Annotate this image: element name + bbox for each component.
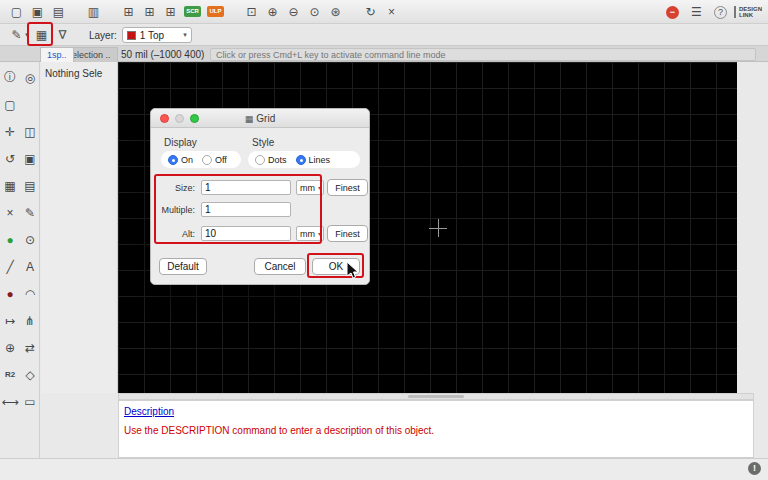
run-script-badge[interactable]: SCR: [184, 6, 201, 17]
layer-color-swatch: [127, 31, 136, 40]
via-icon[interactable]: ●: [1, 231, 19, 249]
zoom-button[interactable]: [190, 114, 199, 123]
style-radio-group: Dots Lines: [248, 151, 360, 168]
print-icon[interactable]: ▤: [48, 3, 69, 21]
top-toolbar-right: −☰? DESIGN LINK: [666, 0, 762, 24]
sheet-grid-icon-2[interactable]: ⊞: [139, 3, 160, 21]
chevron-down-icon: ▾: [318, 184, 321, 191]
zoom-out-icon[interactable]: ⊖: [283, 3, 304, 21]
default-button[interactable]: Default: [159, 258, 207, 275]
zoom-select-icon[interactable]: ⊛: [325, 3, 346, 21]
delete-icon[interactable]: ×: [1, 204, 19, 222]
size-label: Size:: [157, 183, 195, 193]
alt-unit-select[interactable]: mm ▾: [296, 226, 324, 241]
size-unit-value: mm: [300, 183, 315, 193]
inspector-panel: Nothing Sele: [41, 62, 118, 393]
ok-button[interactable]: OK: [312, 258, 360, 275]
radio-label: Lines: [309, 155, 331, 165]
ratsnest-icon[interactable]: R2: [1, 366, 19, 384]
size-finest-button[interactable]: Finest: [327, 179, 368, 196]
minimize-button: [175, 114, 184, 123]
route-icon[interactable]: ↦: [1, 312, 19, 330]
sheet-grid-icon-3[interactable]: ⊞: [160, 3, 181, 21]
dimension-icon[interactable]: ⟷: [1, 393, 19, 411]
radio-style-lines[interactable]: Lines: [296, 155, 331, 165]
alt-input[interactable]: [201, 226, 291, 241]
rect-icon[interactable]: ▭: [21, 393, 39, 411]
pencil-icon[interactable]: ✎: [21, 204, 39, 222]
rotate-icon[interactable]: ↺: [1, 150, 19, 168]
zoom-in-icon[interactable]: ⊕: [262, 3, 283, 21]
tab-inspector[interactable]: 1sp..: [40, 47, 74, 62]
close-button[interactable]: [160, 114, 169, 123]
spacer: [21, 96, 39, 114]
alt-finest-button[interactable]: Finest: [327, 225, 368, 242]
ripup-icon[interactable]: ⋔: [21, 312, 39, 330]
radio-display-off[interactable]: Off: [202, 155, 227, 165]
alert-icon[interactable]: !: [748, 462, 761, 475]
dialog-title: Grid: [256, 113, 275, 124]
redraw-icon[interactable]: ↻: [360, 3, 381, 21]
radio-label: On: [181, 155, 193, 165]
arc-icon[interactable]: ◠: [21, 285, 39, 303]
help-icon[interactable]: ?: [714, 6, 727, 19]
panel-splitter[interactable]: [118, 393, 754, 400]
info-icon[interactable]: ⓘ: [1, 69, 19, 87]
mirror-icon[interactable]: ◫: [21, 123, 39, 141]
alt-row: Alt: mm ▾ Finest: [157, 226, 365, 243]
wire-icon[interactable]: ╱: [1, 258, 19, 276]
description-text: Use the DESCRIPTION command to enter a d…: [124, 425, 748, 436]
cam-processor-icon[interactable]: ▥: [83, 3, 104, 21]
stop-command-icon[interactable]: ×: [381, 3, 402, 21]
grid-button[interactable]: ▦: [31, 26, 52, 44]
radio-label: Dots: [268, 155, 287, 165]
multiple-input[interactable]: [201, 202, 291, 217]
radio-dot-icon: [255, 155, 265, 165]
circle-icon[interactable]: ●: [1, 285, 19, 303]
dock-tab-row: election .. 1sp.. 50 mil (–1000 400): [0, 46, 768, 62]
display-group-label: Display: [164, 137, 197, 148]
move-icon[interactable]: ✛: [1, 123, 19, 141]
command-line-input[interactable]: [210, 48, 756, 61]
stop-sign-icon[interactable]: −: [666, 6, 679, 19]
polygon-icon[interactable]: ◇: [21, 366, 39, 384]
draw-toolbar-icons: ✎▾▦∇: [6, 26, 73, 44]
zoom-redraw-icon[interactable]: ⊙: [304, 3, 325, 21]
dialog-titlebar[interactable]: ▦Grid: [151, 109, 369, 128]
radio-style-dots[interactable]: Dots: [255, 155, 287, 165]
style-group-label: Style: [252, 137, 274, 148]
multiple-row: Multiple:: [157, 202, 365, 219]
size-unit-select[interactable]: mm ▾: [296, 180, 324, 195]
top-toolbar-right-icons: −☰?: [666, 3, 727, 21]
tool-sidebar: ⓘ◎▢✛◫↺▣▦▤×✎●⊙╱A●◠↦⋔⊕⇄R2◇⟷▭: [0, 62, 40, 458]
eye-icon[interactable]: ◎: [21, 69, 39, 87]
description-panel: Description Use the DESCRIPTION command …: [118, 400, 754, 458]
radio-display-on[interactable]: On: [168, 155, 193, 165]
select-icon[interactable]: ▢: [1, 96, 19, 114]
size-row: Size: mm ▾ Finest: [157, 180, 365, 197]
size-input[interactable]: [201, 180, 291, 195]
design-link-line2: LINK: [739, 12, 753, 18]
layer-select[interactable]: 1 Top ▾: [122, 27, 192, 43]
group-icon[interactable]: ▦: [1, 177, 19, 195]
open-icon[interactable]: ▢: [6, 3, 27, 21]
paste-icon[interactable]: ▤: [21, 177, 39, 195]
radio-dot-icon: [168, 155, 178, 165]
sheet-grid-icon-1[interactable]: ⊞: [118, 3, 139, 21]
cancel-button[interactable]: Cancel: [254, 258, 306, 275]
radio-dot-icon: [202, 155, 212, 165]
save-icon[interactable]: ▣: [27, 3, 48, 21]
swap-icon[interactable]: ⇄: [21, 339, 39, 357]
text-icon[interactable]: A: [21, 258, 39, 276]
filter-icon[interactable]: ∇: [52, 26, 73, 44]
description-link[interactable]: Description: [124, 406, 174, 417]
run-ulp-badge[interactable]: ULP: [207, 6, 224, 17]
copy-icon[interactable]: ▣: [21, 150, 39, 168]
zoom-fit-icon[interactable]: ⊡: [241, 3, 262, 21]
cursor-coordinates: 50 mil (–1000 400): [121, 49, 204, 60]
name-icon[interactable]: ⊙: [21, 231, 39, 249]
grid-title-icon: ▦: [245, 114, 254, 124]
command-list-icon[interactable]: ☰: [686, 3, 707, 21]
junction-icon[interactable]: ⊕: [1, 339, 19, 357]
bend-style-dropdown-icon[interactable]: ▾: [23, 26, 31, 44]
